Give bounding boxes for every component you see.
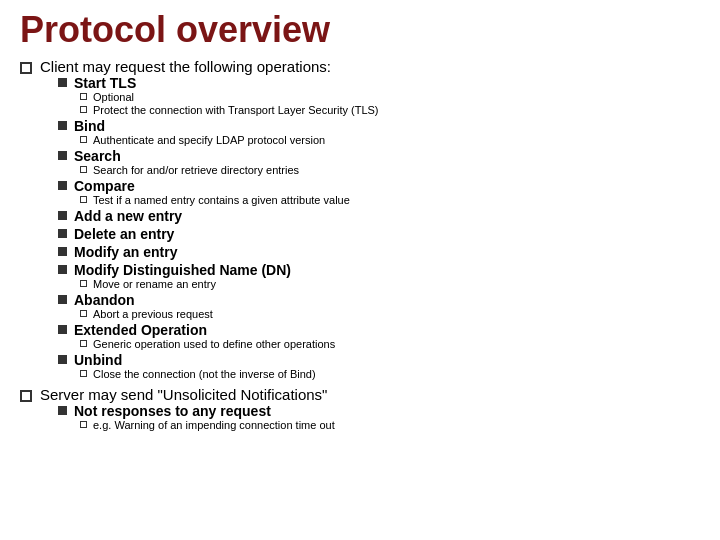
sub-item-text: Test if a named entry contains a given a… [93, 194, 350, 206]
item-label: Unbind [74, 352, 122, 368]
section-content: Client may request the following operati… [40, 58, 700, 382]
sub-bullet [80, 166, 87, 173]
outer-bullet [20, 62, 32, 74]
sub-bullet [80, 106, 87, 113]
item-add-entry: Add a new entry [58, 208, 700, 224]
item-bullet [58, 151, 67, 160]
sub-item-row: Authenticate and specify LDAP protocol v… [80, 134, 700, 146]
item-label: Add a new entry [74, 208, 182, 224]
item-modify-entry: Modify an entry [58, 244, 700, 260]
page-container: Protocol overview Client may request the… [20, 10, 700, 433]
sub-items: Abort a previous request [80, 308, 700, 320]
sub-item-row: e.g. Warning of an impending connection … [80, 419, 700, 431]
sub-bullet [80, 280, 87, 287]
item-bullet [58, 265, 67, 274]
item-label: Search [74, 148, 121, 164]
sub-items: e.g. Warning of an impending connection … [80, 419, 700, 431]
item-label: Extended Operation [74, 322, 207, 338]
sub-bullet [80, 340, 87, 347]
sub-item-row: Generic operation used to define other o… [80, 338, 700, 350]
item-bullet [58, 295, 67, 304]
sub-item-text: Generic operation used to define other o… [93, 338, 335, 350]
sub-bullet [80, 421, 87, 428]
sub-items: Test if a named entry contains a given a… [80, 194, 700, 206]
sub-item-row: Optional [80, 91, 700, 103]
section-content: Server may send "Unsolicited Notificatio… [40, 386, 700, 433]
item-bullet [58, 325, 67, 334]
item-delete-entry: Delete an entry [58, 226, 700, 242]
sub-bullet [80, 136, 87, 143]
item-label: Delete an entry [74, 226, 174, 242]
item-abandon: AbandonAbort a previous request [58, 292, 700, 320]
item-no-responses: Not responses to any requeste.g. Warning… [58, 403, 700, 431]
item-label: Start TLS [74, 75, 136, 91]
item-bullet [58, 229, 67, 238]
item-bullet [58, 121, 67, 130]
section-server-section: Server may send "Unsolicited Notificatio… [20, 386, 700, 433]
item-bind: BindAuthenticate and specify LDAP protoc… [58, 118, 700, 146]
outer-bullet [20, 390, 32, 402]
sub-item-row: Search for and/or retrieve directory ent… [80, 164, 700, 176]
section-client-section: Client may request the following operati… [20, 58, 700, 382]
sub-item-text: Abort a previous request [93, 308, 213, 320]
item-label: Modify Distinguished Name (DN) [74, 262, 291, 278]
item-label: Bind [74, 118, 105, 134]
item-bullet [58, 355, 67, 364]
item-compare: CompareTest if a named entry contains a … [58, 178, 700, 206]
item-unbind: UnbindClose the connection (not the inve… [58, 352, 700, 380]
items-list: Start TLSOptionalProtect the connection … [58, 75, 700, 380]
sub-item-text: Authenticate and specify LDAP protocol v… [93, 134, 325, 146]
sub-bullet [80, 370, 87, 377]
page-title: Protocol overview [20, 10, 700, 50]
section-heading: Client may request the following operati… [40, 58, 700, 75]
sub-item-row: Move or rename an entry [80, 278, 700, 290]
item-label: Abandon [74, 292, 135, 308]
sub-item-text: e.g. Warning of an impending connection … [93, 419, 335, 431]
sub-bullet [80, 310, 87, 317]
item-search: SearchSearch for and/or retrieve directo… [58, 148, 700, 176]
sub-item-text: Close the connection (not the inverse of… [93, 368, 316, 380]
sub-items: OptionalProtect the connection with Tran… [80, 91, 700, 116]
sub-items: Move or rename an entry [80, 278, 700, 290]
sub-items: Search for and/or retrieve directory ent… [80, 164, 700, 176]
sub-item-text: Protect the connection with Transport La… [93, 104, 379, 116]
item-label: Modify an entry [74, 244, 177, 260]
sub-items: Close the connection (not the inverse of… [80, 368, 700, 380]
sub-bullet [80, 196, 87, 203]
sub-items: Generic operation used to define other o… [80, 338, 700, 350]
item-bullet [58, 78, 67, 87]
sub-bullet [80, 93, 87, 100]
sub-item-row: Close the connection (not the inverse of… [80, 368, 700, 380]
sub-item-text: Move or rename an entry [93, 278, 216, 290]
sub-items: Authenticate and specify LDAP protocol v… [80, 134, 700, 146]
sub-item-row: Protect the connection with Transport La… [80, 104, 700, 116]
item-bullet [58, 181, 67, 190]
sub-item-row: Abort a previous request [80, 308, 700, 320]
item-bullet [58, 247, 67, 256]
item-label: Compare [74, 178, 135, 194]
item-bullet [58, 406, 67, 415]
item-bullet [58, 211, 67, 220]
item-extended-operation: Extended OperationGeneric operation used… [58, 322, 700, 350]
items-list: Not responses to any requeste.g. Warning… [58, 403, 700, 431]
sub-item-text: Search for and/or retrieve directory ent… [93, 164, 299, 176]
section-heading: Server may send "Unsolicited Notificatio… [40, 386, 700, 403]
item-label: Not responses to any request [74, 403, 271, 419]
sub-item-text: Optional [93, 91, 134, 103]
item-modify-dn: Modify Distinguished Name (DN)Move or re… [58, 262, 700, 290]
item-start-tls: Start TLSOptionalProtect the connection … [58, 75, 700, 116]
sub-item-row: Test if a named entry contains a given a… [80, 194, 700, 206]
